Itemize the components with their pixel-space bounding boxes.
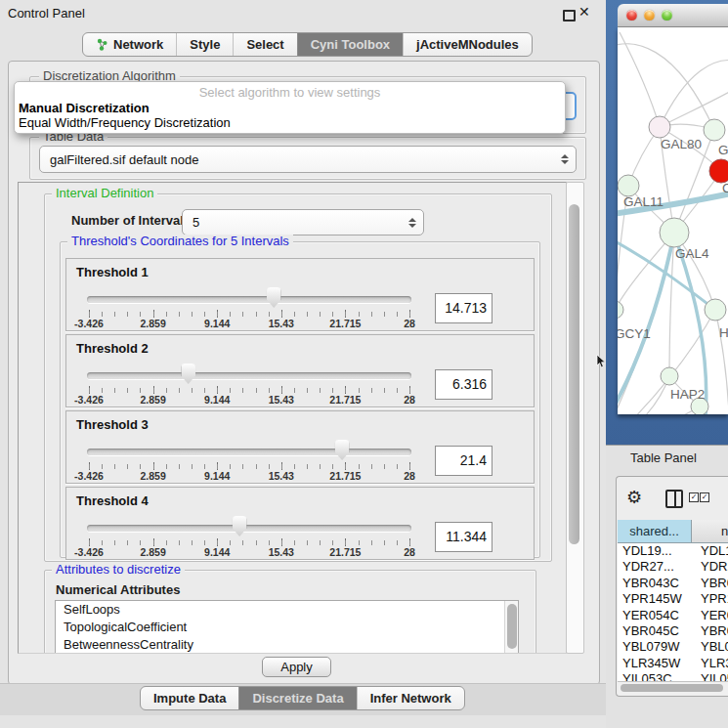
- threshold-4-label: Threshold 4: [76, 493, 149, 508]
- table-row[interactable]: YLR345WYLR345W: [618, 656, 728, 671]
- control-panel-title: Control Panel: [8, 6, 85, 21]
- float-window-icon[interactable]: [563, 10, 576, 21]
- list-scrollbar-thumb[interactable]: [507, 604, 517, 649]
- table-row[interactable]: YER054CYER054C: [618, 608, 728, 623]
- close-icon[interactable]: ✕: [578, 4, 590, 20]
- node-unlabeled-top[interactable]: [704, 119, 725, 141]
- control-panel-tabbar: Network Style Select Cyni Toolbox jActiv…: [82, 32, 533, 57]
- dropdown-option-manual-discretization[interactable]: Manual Discretization: [19, 101, 150, 115]
- node-label-gal80: GAL80: [661, 137, 702, 151]
- stepper-arrows-icon: [561, 154, 569, 164]
- threshold-3-label: Threshold 3: [76, 417, 149, 432]
- checkbox-icon[interactable]: ✓: [689, 492, 699, 502]
- algorithm-dropdown-popup: Select algorithm to view settings Manual…: [14, 81, 566, 134]
- network-view[interactable]: GAL80 G C GAL11 GAL4 GCY1 H HAP2: [618, 27, 728, 414]
- node-h[interactable]: [705, 299, 726, 321]
- tab-discretize-data[interactable]: Discretize Data: [238, 687, 356, 709]
- node-label-gal11: GAL11: [623, 194, 664, 209]
- dropdown-placeholder: Select algorithm to view settings: [15, 85, 565, 100]
- threshold-1-panel: Threshold 1 -3.426 2.859 9.144 15.43 21.…: [65, 258, 535, 331]
- node-label-gal4: GAL4: [675, 246, 709, 261]
- tab-infer-network[interactable]: Infer Network: [357, 687, 464, 709]
- threshold-3-panel: Threshold 3 -3.426 2.859 9.144 15.43 21.…: [65, 410, 535, 484]
- stepper-arrows-icon: [408, 218, 416, 228]
- numerical-attributes-label: Numerical Attributes: [56, 582, 180, 597]
- tab-style[interactable]: Style: [176, 33, 233, 56]
- attributes-group-label: Attributes to discretize: [52, 563, 185, 577]
- viewport-scrollbar[interactable]: [566, 182, 584, 654]
- node-gal11[interactable]: [618, 175, 639, 196]
- split-columns-icon[interactable]: [665, 490, 683, 508]
- node-gcy1[interactable]: [618, 301, 623, 319]
- threshold-1-value-field[interactable]: 14.713: [435, 293, 492, 323]
- tab-cyni-toolbox[interactable]: Cyni Toolbox: [297, 33, 403, 56]
- column-header-name[interactable]: name: [692, 520, 728, 543]
- threshold-4-panel: Threshold 4 -3.426 2.859 9.144 21.715 15…: [65, 487, 535, 560]
- threshold-1-label: Threshold 1: [76, 265, 149, 279]
- settings-scroll-viewport: Interval Definition Number of Intervals …: [18, 182, 567, 654]
- column-header-shared-name[interactable]: shared...: [618, 520, 692, 543]
- tab-select-label: Select: [246, 37, 283, 52]
- slider-minor-ticks: [89, 312, 410, 317]
- table-row[interactable]: YDR27...YDR27...: [618, 559, 728, 575]
- table-horizontal-scrollbar[interactable]: [618, 681, 728, 695]
- node-label-fragment-c: C: [722, 181, 728, 195]
- zoom-traffic-light-icon[interactable]: [662, 10, 672, 21]
- tab-cyni-toolbox-label: Cyni Toolbox: [311, 37, 390, 52]
- interval-definition-group-label: Interval Definition: [52, 187, 157, 200]
- threshold-2-slider-thumb[interactable]: [181, 364, 195, 384]
- slider-minor-ticks: [89, 388, 410, 393]
- list-scrollbar[interactable]: [504, 601, 518, 654]
- table-row[interactable]: YBR043CYBR043C: [618, 576, 728, 591]
- mouse-cursor: [596, 355, 607, 369]
- node-gal4[interactable]: [660, 218, 689, 247]
- node-label-h: H: [719, 325, 728, 340]
- table-data-combobox[interactable]: galFiltered.sif default node: [39, 146, 577, 173]
- node-selected-red[interactable]: [709, 159, 728, 183]
- node-label-gcy1: GCY1: [618, 326, 651, 341]
- threshold-2-value-field[interactable]: 6.316: [435, 369, 492, 400]
- thresholds-group-label: Threshold's Coordinates for 5 Intervals: [67, 235, 293, 248]
- table-row[interactable]: YPR145WYPR145W: [618, 591, 728, 607]
- table-row[interactable]: YBR045CYBR045C: [618, 623, 728, 639]
- threshold-4-slider-thumb[interactable]: [233, 516, 247, 536]
- minimize-traffic-light-icon[interactable]: [644, 10, 655, 21]
- node-hap2[interactable]: [661, 367, 678, 385]
- table-row[interactable]: YIL053CYIL053C: [618, 671, 728, 681]
- viewport-scrollbar-thumb[interactable]: [569, 204, 579, 544]
- tab-discretize-data-label: Discretize Data: [252, 691, 343, 706]
- list-item-betweennesscentrality[interactable]: BetweennessCentrality: [56, 636, 518, 654]
- table-row[interactable]: YBL079WYBL079W: [618, 639, 728, 655]
- threshold-3-value-field[interactable]: 21.4: [435, 446, 492, 476]
- table-data-combobox-value: galFiltered.sif default node: [50, 147, 198, 172]
- number-of-intervals-combobox[interactable]: 5: [182, 209, 424, 236]
- number-of-intervals-value: 5: [193, 210, 199, 235]
- table-row[interactable]: YDL19...YDL19...: [618, 543, 728, 559]
- node-label-fragment-g: G: [718, 143, 728, 157]
- close-traffic-light-icon[interactable]: [626, 10, 637, 21]
- gear-icon[interactable]: ⚙: [626, 487, 642, 508]
- apply-button[interactable]: Apply: [262, 657, 331, 677]
- checkbox-icon[interactable]: ✓: [700, 492, 709, 502]
- node-gal80[interactable]: [649, 116, 670, 138]
- network-window-titlebar[interactable]: [618, 4, 728, 27]
- list-item-topologicalcoefficient[interactable]: TopologicalCoefficient: [56, 619, 518, 636]
- tab-network[interactable]: Network: [83, 33, 176, 56]
- dropdown-option-equal-width-frequency[interactable]: Equal Width/Frequency Discretization: [19, 115, 231, 130]
- tab-jactivemnodules[interactable]: jActiveMNodules: [403, 33, 532, 56]
- tab-infer-network-label: Infer Network: [370, 691, 451, 706]
- list-item-selfloops[interactable]: SelfLoops: [56, 601, 518, 619]
- table-horizontal-scrollbar-thumb[interactable]: [621, 684, 723, 692]
- network-graph: GAL80 G C GAL11 GAL4 GCY1 H HAP2: [618, 27, 728, 414]
- threshold-4-value-field[interactable]: 11.344: [435, 522, 492, 552]
- network-icon: [96, 38, 108, 51]
- tab-select[interactable]: Select: [233, 33, 296, 56]
- threshold-3-slider-thumb[interactable]: [335, 440, 350, 460]
- tab-impute-data[interactable]: Impute Data: [141, 687, 238, 709]
- threshold-1-slider-thumb[interactable]: [267, 287, 281, 308]
- number-of-intervals-label: Number of Intervals: [71, 213, 191, 228]
- cyni-bottom-tabbar: Impute Data Discretize Data Infer Networ…: [140, 686, 465, 710]
- tab-jactivemnodules-label: jActiveMNodules: [416, 37, 519, 52]
- slider-minor-ticks: [89, 540, 410, 545]
- tab-impute-data-label: Impute Data: [153, 691, 226, 706]
